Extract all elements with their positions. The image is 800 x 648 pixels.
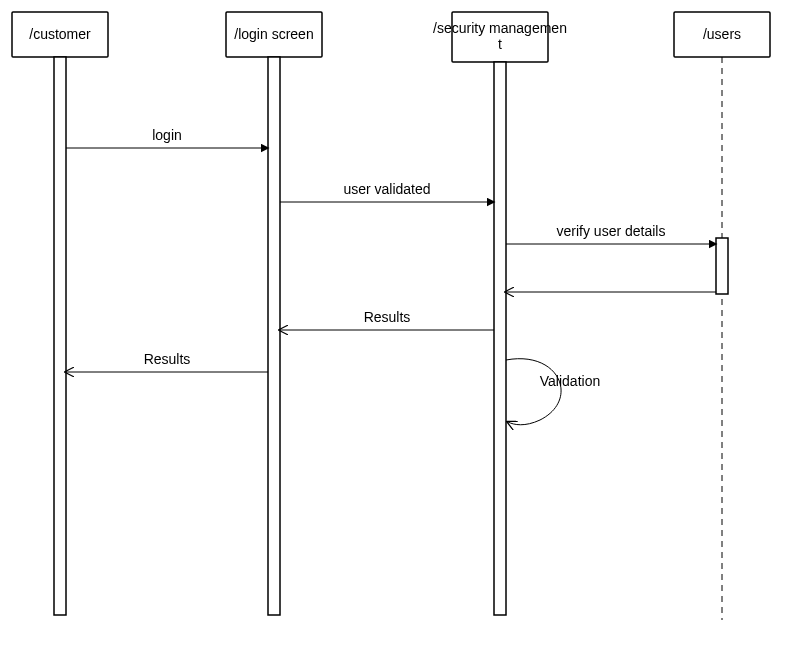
lifeline-customer-label: /customer bbox=[29, 26, 91, 42]
lifeline-security-management: /security managemen t bbox=[433, 12, 567, 62]
message-results-to-customer: Results bbox=[66, 351, 268, 372]
activation-security-management bbox=[494, 62, 506, 615]
lifeline-login-screen-label: /login screen bbox=[234, 26, 313, 42]
lifeline-users-label: /users bbox=[703, 26, 741, 42]
message-login: login bbox=[66, 127, 268, 148]
message-verify-user-details-label: verify user details bbox=[557, 223, 666, 239]
message-results-to-login-label: Results bbox=[364, 309, 411, 325]
activation-login-screen bbox=[268, 57, 280, 615]
message-login-label: login bbox=[152, 127, 182, 143]
activation-customer bbox=[54, 57, 66, 615]
lifeline-security-management-label2: t bbox=[498, 36, 502, 52]
message-validation-self: Validation bbox=[506, 359, 600, 425]
lifeline-login-screen: /login screen bbox=[226, 12, 322, 57]
message-user-validated: user validated bbox=[280, 181, 494, 202]
lifeline-security-management-label: /security managemen bbox=[433, 20, 567, 36]
message-validation-self-label: Validation bbox=[540, 373, 600, 389]
message-user-validated-label: user validated bbox=[343, 181, 430, 197]
message-verify-user-details: verify user details bbox=[506, 223, 716, 244]
message-results-to-customer-label: Results bbox=[144, 351, 191, 367]
activation-users bbox=[716, 238, 728, 294]
message-results-to-login: Results bbox=[280, 309, 494, 330]
lifeline-customer: /customer bbox=[12, 12, 108, 57]
lifeline-users: /users bbox=[674, 12, 770, 57]
